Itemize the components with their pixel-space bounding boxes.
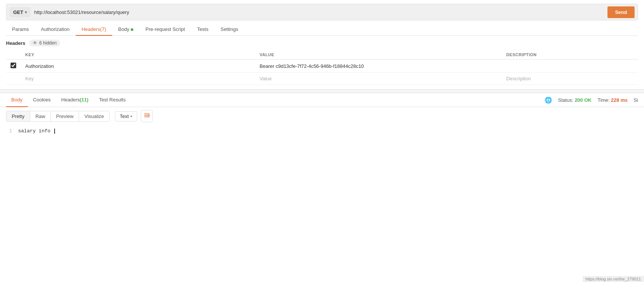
hidden-badge[interactable]: 👁 6 hidden: [29, 40, 60, 46]
response-tab-headers[interactable]: Headers(11): [56, 93, 94, 107]
method-selector[interactable]: GET ▾: [9, 7, 31, 17]
response-section: Body Cookies Headers(11) Test Results 🌐 …: [0, 93, 644, 137]
headers-table: KEY VALUE DESCRIPTION Authorization Bear…: [6, 50, 638, 85]
tab-tests[interactable]: Tests: [191, 23, 214, 36]
format-raw-button[interactable]: Raw: [30, 111, 51, 121]
text-dropdown-label: Text: [120, 113, 129, 119]
tab-settings[interactable]: Settings: [214, 23, 244, 36]
response-tab-testresults[interactable]: Test Results: [94, 93, 131, 107]
placeholder-value[interactable]: Value: [255, 73, 502, 85]
section-divider: [0, 89, 644, 93]
wrap-icon[interactable]: [141, 110, 153, 122]
table-header-row: KEY VALUE DESCRIPTION: [6, 50, 638, 60]
col-desc-header: DESCRIPTION: [502, 50, 638, 60]
format-preview-button[interactable]: Preview: [51, 111, 79, 121]
time-label: Time: 228 ms: [598, 97, 628, 103]
url-input[interactable]: [31, 7, 604, 17]
size-label: Si: [633, 97, 638, 103]
response-tabs-row: Body Cookies Headers(11) Test Results 🌐 …: [0, 93, 644, 107]
tab-prerequest[interactable]: Pre-request Script: [139, 23, 191, 36]
row-description[interactable]: [502, 60, 638, 73]
format-group: Pretty Raw Preview Visualize: [6, 111, 110, 122]
tab-params[interactable]: Params: [6, 23, 35, 36]
col-checkbox: [6, 50, 21, 60]
request-tabs: Params Authorization Headers(7) Body Pre…: [6, 20, 638, 36]
placeholder-description[interactable]: Description: [502, 73, 638, 85]
headers-label-row: Headers 👁 6 hidden: [6, 40, 638, 46]
url-bar: GET ▾ Send: [6, 4, 638, 20]
placeholder-key[interactable]: Key: [21, 73, 255, 85]
format-visualize-button[interactable]: Visualize: [79, 111, 109, 121]
response-toolbar: Pretty Raw Preview Visualize Text ▾: [0, 107, 644, 125]
headers-section: Headers 👁 6 hidden KEY VALUE DESCRIPTION…: [6, 36, 638, 85]
table-row: Authorization Bearer c9d13cfe-7f72-4c56-…: [6, 60, 638, 73]
headers-label: Headers: [6, 40, 25, 46]
col-value-header: VALUE: [255, 50, 502, 60]
status-value: 200 OK: [575, 97, 592, 103]
response-tab-body[interactable]: Body: [6, 93, 28, 107]
text-dropdown[interactable]: Text ▾: [115, 111, 137, 121]
code-line: 1 salary info: [6, 128, 638, 134]
row-value[interactable]: Bearer c9d13cfe-7f72-4c56-946b-f18844c28…: [255, 60, 502, 73]
col-key-header: KEY: [21, 50, 255, 60]
hidden-count: 6 hidden: [39, 40, 56, 46]
table-row-placeholder: Key Value Description: [6, 73, 638, 85]
eye-icon: 👁: [33, 40, 37, 46]
response-body: 1 salary info: [0, 125, 644, 137]
send-button[interactable]: Send: [607, 6, 635, 18]
code-content[interactable]: salary info: [18, 128, 55, 134]
time-value: 228 ms: [611, 97, 627, 103]
line-number: 1: [6, 128, 12, 134]
status-label: Status: 200 OK: [558, 97, 592, 103]
bottom-url-hint: https://blog.sin.ne/the_279011: [583, 276, 644, 282]
row-checkbox-cell[interactable]: [6, 60, 21, 73]
tab-authorization[interactable]: Authorization: [35, 23, 76, 36]
body-dot: [131, 28, 133, 31]
row-key[interactable]: Authorization: [21, 60, 255, 73]
method-chevron-icon: ▾: [25, 10, 27, 14]
text-cursor: [54, 129, 55, 134]
response-meta: 🌐 Status: 200 OK Time: 228 ms Si: [545, 97, 638, 104]
method-label: GET: [13, 9, 23, 15]
row-checkbox[interactable]: [11, 63, 16, 68]
tab-body[interactable]: Body: [112, 23, 140, 36]
wrap-lines-icon: [143, 112, 150, 120]
tab-headers[interactable]: Headers(7): [76, 23, 112, 36]
format-pretty-button[interactable]: Pretty: [6, 111, 30, 121]
text-dropdown-chevron-icon: ▾: [130, 114, 132, 118]
response-tab-cookies[interactable]: Cookies: [28, 93, 56, 107]
globe-icon: 🌐: [545, 97, 552, 104]
